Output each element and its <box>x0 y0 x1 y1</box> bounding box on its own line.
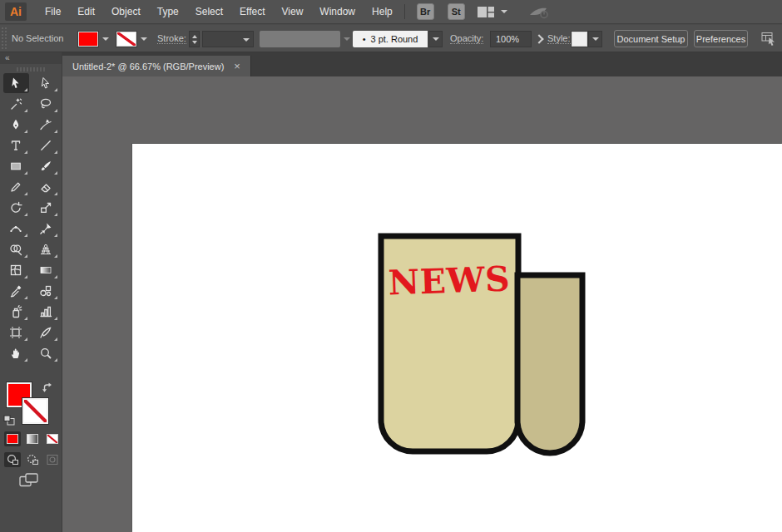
free-transform-icon <box>39 222 52 235</box>
document-tab-bar: Untitled-2* @ 66.67% (RGB/Preview) × <box>62 52 782 76</box>
stroke-chevron-icon[interactable] <box>141 37 147 41</box>
tool-slice[interactable] <box>33 323 59 342</box>
draw-normal-icon <box>6 454 19 466</box>
default-fill-stroke-icon[interactable] <box>3 415 15 426</box>
document-setup-button[interactable]: Document Setup <box>614 30 688 47</box>
tool-magic-wand[interactable] <box>3 94 29 114</box>
stepper-up-icon[interactable] <box>192 35 197 38</box>
document-tab[interactable]: Untitled-2* @ 66.67% (RGB/Preview) × <box>62 56 251 76</box>
curvature-icon <box>39 118 52 131</box>
draw-inside-button[interactable] <box>44 452 61 467</box>
workspace-switcher[interactable] <box>477 6 507 18</box>
tool-mesh[interactable] <box>3 260 29 280</box>
rotate-icon <box>9 201 22 214</box>
swap-fill-stroke-icon[interactable] <box>42 382 54 393</box>
blend-icon <box>39 284 52 298</box>
menu-item-effect[interactable]: Effect <box>231 0 273 24</box>
symbol-sprayer-icon <box>9 305 22 318</box>
stepper-down-icon[interactable] <box>192 41 197 44</box>
tool-artboard[interactable] <box>3 323 29 342</box>
menu-item-view[interactable]: View <box>274 0 312 24</box>
width-icon <box>9 222 22 235</box>
none-mode-button[interactable] <box>44 431 61 446</box>
style-label[interactable]: Style: <box>547 33 571 44</box>
collapse-panel-icon[interactable]: « <box>5 53 10 62</box>
newspaper-roll[interactable] <box>517 275 582 453</box>
opacity-label[interactable]: Opacity: <box>450 33 483 44</box>
opacity-arrow-button[interactable] <box>533 35 543 45</box>
tab-close-icon[interactable]: × <box>234 61 240 71</box>
color-mode-button[interactable] <box>4 431 21 446</box>
direct-selection-icon <box>39 76 52 90</box>
tool-curvature[interactable] <box>33 115 59 135</box>
mesh-icon <box>9 264 22 277</box>
menu-item-select[interactable]: Select <box>187 0 231 24</box>
cs-live-sync-icon[interactable] <box>527 4 549 20</box>
fill-color-swatch[interactable] <box>78 32 98 47</box>
stock-button[interactable]: St <box>448 3 465 20</box>
tools-panel-grip[interactable] <box>17 67 45 71</box>
brush-preset-button[interactable]: • 3 pt. Round <box>353 31 428 47</box>
tool-symbol-sprayer[interactable] <box>3 302 29 322</box>
preferences-button[interactable]: Preferences <box>694 30 748 47</box>
tool-perspective-grid[interactable] <box>33 239 59 259</box>
draw-behind-button[interactable] <box>24 452 41 467</box>
tool-selection[interactable] <box>3 73 29 93</box>
menu-item-type[interactable]: Type <box>149 0 187 24</box>
tool-column-graph[interactable] <box>33 302 59 322</box>
tool-shape-builder[interactable] <box>3 239 29 259</box>
stroke-weight-stepper[interactable] <box>189 31 200 47</box>
headline-text[interactable]: NEWS <box>388 259 511 303</box>
tool-rotate[interactable] <box>3 198 29 218</box>
brush-dot-icon: • <box>363 34 366 44</box>
none-mode-icon <box>47 434 58 444</box>
selection-icon <box>9 76 22 90</box>
fill-chevron-icon[interactable] <box>102 37 109 41</box>
screen-mode-button[interactable] <box>19 473 38 487</box>
tool-scale[interactable] <box>33 198 59 218</box>
tool-direct-selection[interactable] <box>33 73 59 93</box>
tool-pen[interactable] <box>3 115 29 135</box>
brush-preset-chevron-button[interactable] <box>428 31 443 47</box>
tool-width[interactable] <box>3 219 29 239</box>
stroke-label[interactable]: Stroke: <box>157 33 186 44</box>
tool-rectangle[interactable] <box>3 156 29 176</box>
tool-pencil[interactable] <box>3 177 29 197</box>
tool-free-transform[interactable] <box>33 219 59 239</box>
document-tab-title: Untitled-2* @ 66.67% (RGB/Preview) <box>72 62 224 71</box>
stroke-weight-select[interactable] <box>202 31 254 47</box>
stroke-color-swatch[interactable] <box>116 32 136 47</box>
controlbar-grip[interactable] <box>1 27 7 51</box>
newspaper-artwork[interactable]: NEWS <box>377 232 591 463</box>
tool-blend[interactable] <box>33 281 59 301</box>
draw-normal-button[interactable] <box>4 452 21 467</box>
tool-line-segment[interactable] <box>33 135 59 155</box>
column-graph-icon <box>39 305 52 318</box>
eyedropper-icon <box>9 284 22 298</box>
tool-hand[interactable] <box>3 343 29 363</box>
stroke-proxy-swatch[interactable] <box>22 398 48 424</box>
tool-gradient[interactable] <box>33 260 59 280</box>
opacity-input[interactable]: 100% <box>490 31 532 47</box>
tool-lasso[interactable] <box>33 94 59 114</box>
menu-item-help[interactable]: Help <box>364 0 401 24</box>
lasso-icon <box>39 97 52 111</box>
menu-item-object[interactable]: Object <box>103 0 149 24</box>
menu-item-window[interactable]: Window <box>311 0 364 24</box>
style-swatch[interactable] <box>572 32 587 47</box>
bridge-button[interactable]: Br <box>417 3 434 20</box>
tool-eraser[interactable] <box>33 177 59 197</box>
tool-zoom[interactable] <box>33 343 59 363</box>
type-icon <box>9 139 22 152</box>
menu-item-file[interactable]: File <box>37 0 69 24</box>
tool-type[interactable] <box>3 135 29 155</box>
tool-paintbrush[interactable] <box>33 156 59 176</box>
pencil-icon <box>9 180 22 194</box>
draw-behind-icon <box>26 454 39 466</box>
tool-eyedropper[interactable] <box>3 281 29 301</box>
menu-item-edit[interactable]: Edit <box>69 0 103 24</box>
panel-options-icon[interactable] <box>761 32 777 46</box>
style-chevron-button[interactable] <box>588 31 602 47</box>
canvas-area[interactable]: NEWS <box>62 76 782 532</box>
gradient-mode-button[interactable] <box>24 431 41 446</box>
